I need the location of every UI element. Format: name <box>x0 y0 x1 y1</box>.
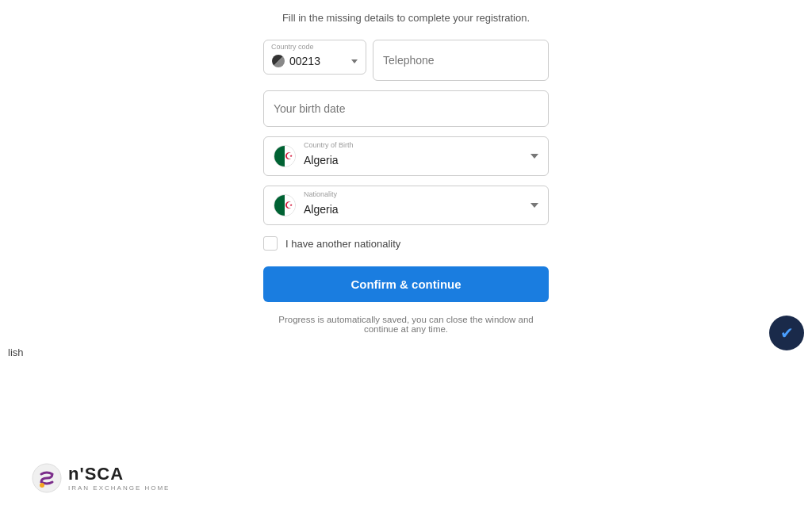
checkmark-icon: ✔ <box>780 323 794 343</box>
country-code-value: 00213 <box>289 55 347 67</box>
page-container: Fill in the missing details to complete … <box>0 0 812 509</box>
birth-date-wrapper <box>263 90 549 127</box>
birth-date-input[interactable] <box>263 90 549 127</box>
logo-main-text: n'SCA <box>68 464 170 484</box>
country-of-birth-dropdown[interactable]: Country of Birth Algeria <box>263 136 549 176</box>
nationality-flag <box>274 194 296 216</box>
logo-sub-text: IRAN EXCHANGE HOME <box>68 484 170 492</box>
language-label: lish <box>8 346 24 358</box>
telephone-input[interactable] <box>373 40 549 81</box>
country-of-birth-value: Algeria <box>304 154 523 166</box>
coin-icon <box>272 55 285 67</box>
chevron-down-icon <box>530 154 538 159</box>
another-nationality-label: I have another nationality <box>285 238 400 250</box>
nationality-label: Nationality <box>304 190 337 198</box>
country-of-birth-label: Country of Birth <box>304 141 354 149</box>
nationality-dropdown[interactable]: Nationality Algeria <box>263 186 549 225</box>
progress-note: Progress is automatically saved, you can… <box>263 315 549 334</box>
logo-area: n'SCA IRAN EXCHANGE HOME <box>32 463 170 493</box>
logo-text: n'SCA IRAN EXCHANGE HOME <box>68 464 170 492</box>
country-of-birth-flag <box>274 145 296 167</box>
another-nationality-checkbox[interactable] <box>263 236 278 251</box>
phone-row: Country code 00213 <box>263 40 549 81</box>
page-subtitle: Fill in the missing details to complete … <box>282 12 530 24</box>
country-code-label: Country code <box>271 43 314 51</box>
chevron-down-icon <box>351 59 358 63</box>
floating-badge-button[interactable]: ✔ <box>769 316 804 350</box>
telephone-wrapper <box>373 40 549 81</box>
another-nationality-row: I have another nationality <box>263 236 549 251</box>
nationality-value: Algeria <box>304 203 523 216</box>
registration-form: Country code 00213 Country of Birth Alge… <box>263 40 549 334</box>
confirm-continue-button[interactable]: Confirm & continue <box>263 266 549 302</box>
svg-point-1 <box>40 483 44 488</box>
logo-icon <box>32 463 62 493</box>
chevron-down-icon <box>530 203 538 208</box>
country-code-wrapper: Country code 00213 <box>263 40 366 81</box>
language-link[interactable]: lish <box>8 346 24 358</box>
